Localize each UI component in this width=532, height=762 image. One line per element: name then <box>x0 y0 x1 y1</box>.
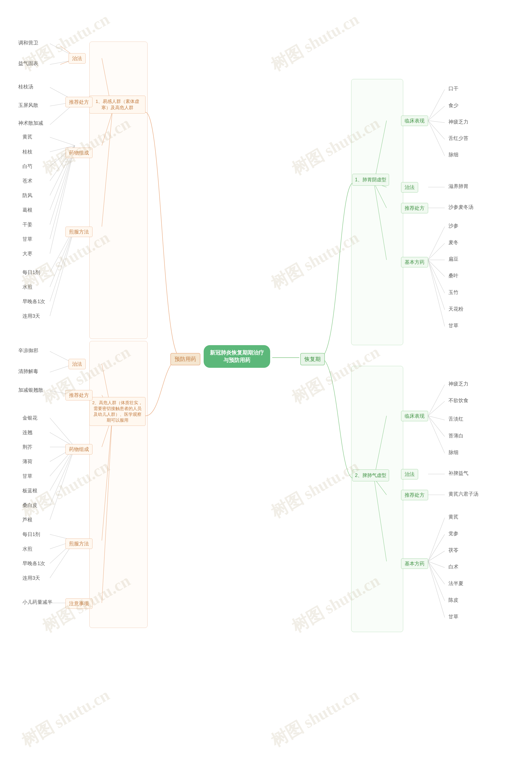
right-group2-label: 2、脾肺气虚型 <box>352 470 389 481</box>
leaf-xiaoeryao: 小儿药量减半 <box>21 598 54 606</box>
leaf-shezh: 舌淡红 <box>447 415 465 423</box>
group2-box <box>89 341 148 628</box>
mindmap-container: 树图 shutu.cn 树图 shutu.cn 树图 shutu.cn 树图 s… <box>0 0 532 762</box>
yaowu-2: 药物组成 <box>65 444 93 454</box>
leaf-maixi-1: 脉细 <box>447 151 460 159</box>
watermark-10: 树图 shutu.cn <box>267 455 363 523</box>
right-tuijian-1: 推荐处方 <box>401 203 428 213</box>
svg-line-76 <box>428 518 445 561</box>
leaf-shenpilili-2: 神疲乏力 <box>447 380 470 388</box>
svg-line-59 <box>428 243 445 260</box>
leaf-meiri-1: 每日1剂 <box>21 268 42 276</box>
leaf-shashen: 沙参 <box>447 222 460 230</box>
leaf-bohe: 薄荷 <box>21 457 34 466</box>
svg-line-24 <box>50 227 75 301</box>
svg-line-52 <box>428 120 445 156</box>
leaf-shehongshao: 舌红少苔 <box>447 134 470 142</box>
leaf-baizhu: 白术 <box>447 563 460 571</box>
leaf-lianyong-2: 连用3天 <box>21 574 42 582</box>
recovery-label: 恢复期 <box>300 353 325 365</box>
leaf-banlangen: 板蓝根 <box>21 487 39 495</box>
svg-line-12 <box>50 137 75 146</box>
zhifa-2: 治法 <box>69 359 86 369</box>
svg-line-51 <box>428 120 445 139</box>
right-group1-label: 1、肺胃阴虚型 <box>352 174 389 186</box>
leaf-gancao-1: 甘草 <box>21 235 34 243</box>
right-group2-box <box>351 366 403 632</box>
leaf-lianqiao: 连翘 <box>21 428 34 437</box>
leaf-maixi-2: 脉细 <box>447 448 460 457</box>
watermark-14: 树图 shutu.cn <box>267 684 363 752</box>
leaf-qingfeijiudu: 清肺解毒 <box>17 367 40 375</box>
group2-label: 2、高危人群（体质壮实，需要密切接触患者的人员及幼儿人群）、医学观察期可以服用 <box>89 397 146 426</box>
linchuang-2: 临床表现 <box>401 411 428 421</box>
svg-line-66 <box>428 385 445 416</box>
svg-line-69 <box>428 416 445 437</box>
svg-line-67 <box>428 401 445 416</box>
leaf-taibao: 苔薄白 <box>447 432 465 440</box>
svg-line-32 <box>50 418 75 447</box>
jianfu-2: 煎服方法 <box>65 539 93 549</box>
branch-recovery: 恢复期 <box>300 353 325 365</box>
svg-line-68 <box>428 416 445 420</box>
svg-line-63 <box>428 260 445 310</box>
leaf-yupingfengsan: 玉屏风散 <box>17 101 40 110</box>
leaf-zaowanges-2: 早晚各1次 <box>21 559 47 568</box>
svg-line-48 <box>428 89 445 120</box>
leaf-shenpilili-1: 神疲乏力 <box>447 118 470 126</box>
svg-line-19 <box>50 146 75 239</box>
leaf-yinqiaosan: 加减银翘散 <box>17 386 45 394</box>
leaf-sangbaipi: 桑白皮 <box>21 501 39 509</box>
right-tuijian-2: 推荐处方 <box>401 490 428 500</box>
leaf-meiri-2: 每日1剂 <box>21 530 42 539</box>
svg-line-77 <box>428 534 445 561</box>
watermark-6: 树图 shutu.cn <box>267 226 363 295</box>
tuijian-2: 推荐处方 <box>65 390 93 401</box>
zhuyishixiang: 注意事项 <box>65 598 93 609</box>
svg-line-61 <box>428 260 445 276</box>
prevention-label: 预防用药 <box>170 353 200 365</box>
leaf-shishao: 食少 <box>447 101 460 110</box>
leaf-fabanxia: 法半夏 <box>447 579 465 587</box>
leaf-yuzhu: 玉竹 <box>447 288 460 296</box>
yaowu-1: 药物组成 <box>65 148 93 158</box>
zhifa-1: 治法 <box>69 53 86 64</box>
leaf-gancao-right2: 甘草 <box>447 613 460 621</box>
leaf-fangfeng: 防风 <box>21 191 34 199</box>
svg-line-78 <box>428 551 445 561</box>
group1-label: 1、易感人群（素体虚寒）及高危人群 <box>89 96 146 114</box>
leaf-bupiyiqi: 补脾益气 <box>447 469 470 477</box>
leaf-lugen: 芦根 <box>21 516 34 524</box>
leaf-jingji: 荆芥 <box>21 443 34 451</box>
center-node: 新冠肺炎恢复期期治疗与预防用药 <box>204 345 270 368</box>
leaf-huangqiliujunzi: 黄芪六君子汤 <box>447 490 480 498</box>
watermark-13: 树图 shutu.cn <box>18 684 114 752</box>
leaf-tiaoheyingwei: 调和营卫 <box>17 39 40 47</box>
leaf-shuijian-2: 水煎 <box>21 545 34 553</box>
jianfu-1: 煎服方法 <box>65 227 93 237</box>
leaf-shenshu: 神术散加减 <box>17 119 45 127</box>
right-jiben-2: 基本方药 <box>401 559 428 569</box>
leaf-gancao-right1: 甘草 <box>447 322 460 330</box>
center-label: 新冠肺炎恢复期期治疗与预防用药 <box>210 349 264 364</box>
leaf-baishao: 白芍 <box>21 162 34 171</box>
svg-line-80 <box>428 561 445 584</box>
svg-line-64 <box>428 260 445 327</box>
leaf-shaparmcdtang: 沙参麦冬汤 <box>447 203 475 211</box>
svg-line-20 <box>50 146 75 254</box>
right-zhifa-1: 治法 <box>401 182 418 192</box>
branch-prevention: 预防用药 <box>170 353 200 365</box>
right-group1-box <box>351 79 403 345</box>
svg-line-79 <box>428 561 445 568</box>
svg-line-25 <box>50 227 75 316</box>
leaf-ziyang: 滋养肺胃 <box>447 182 470 190</box>
tuijian-1: 推荐处方 <box>65 97 93 107</box>
svg-line-82 <box>428 561 445 618</box>
leaf-kougan: 口干 <box>447 84 460 93</box>
leaf-yiqiguibiao: 益气固表 <box>17 59 40 68</box>
leaf-maidong: 麦冬 <box>447 238 460 247</box>
leaf-zaowanges-1: 早晚各1次 <box>21 297 47 306</box>
leaf-jinyin: 金银花 <box>21 414 39 422</box>
svg-line-49 <box>428 106 445 120</box>
leaf-dazao: 大枣 <box>21 250 34 258</box>
